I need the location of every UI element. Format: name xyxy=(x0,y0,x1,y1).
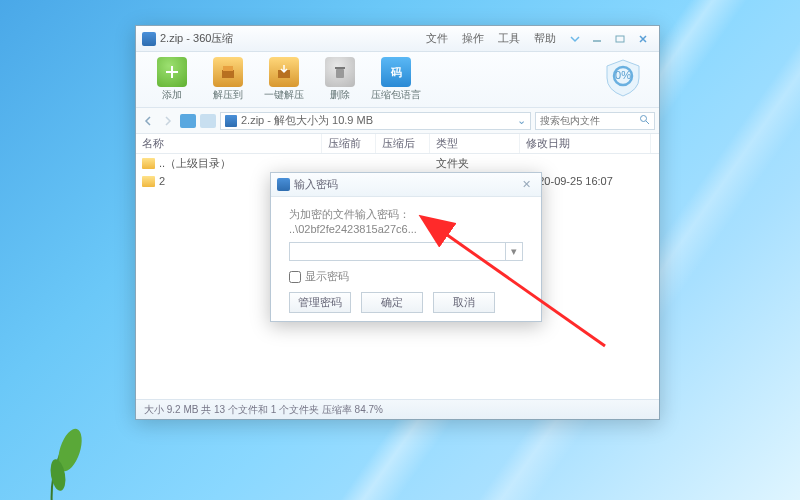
menu-tools[interactable]: 工具 xyxy=(498,31,520,46)
window-title: 2.zip - 360压缩 xyxy=(160,31,426,46)
header-name[interactable]: 名称 xyxy=(136,134,322,153)
search-input[interactable] xyxy=(540,115,639,126)
dialog-prompt: 为加密的文件输入密码： xyxy=(289,207,523,222)
password-input[interactable] xyxy=(289,242,506,261)
delete-button[interactable]: 删除 xyxy=(312,57,368,102)
dialog-title: 输入密码 xyxy=(294,177,517,192)
svg-rect-4 xyxy=(222,70,234,78)
close-icon[interactable] xyxy=(633,32,653,46)
password-history-dropdown[interactable]: ▾ xyxy=(506,242,523,261)
onekey-extract-button[interactable]: 一键解压 xyxy=(256,57,312,102)
svg-rect-5 xyxy=(223,66,233,71)
app-icon xyxy=(142,32,156,46)
add-button[interactable]: 添加 xyxy=(144,57,200,102)
column-headers: 名称 压缩前 压缩后 类型 修改日期 xyxy=(136,134,659,154)
extract-button[interactable]: 解压到 xyxy=(200,57,256,102)
show-password-checkbox[interactable]: 显示密码 xyxy=(289,269,523,284)
skin-dropdown-icon[interactable] xyxy=(566,32,584,46)
svg-rect-3 xyxy=(616,36,624,42)
menu-file[interactable]: 文件 xyxy=(426,31,448,46)
lang-button[interactable]: 码压缩包语言 xyxy=(368,57,424,102)
breadcrumb-text: 2.zip - 解包大小为 10.9 MB xyxy=(241,113,373,128)
dialog-titlebar[interactable]: 输入密码 ✕ xyxy=(271,173,541,197)
search-box[interactable] xyxy=(535,112,655,130)
manage-password-button[interactable]: 管理密码 xyxy=(289,292,351,313)
header-type[interactable]: 类型 xyxy=(430,134,520,153)
svg-rect-7 xyxy=(336,69,344,78)
titlebar[interactable]: 2.zip - 360压缩 文件 操作 工具 帮助 xyxy=(136,26,659,52)
view-details-icon[interactable] xyxy=(200,114,216,128)
menu-operate[interactable]: 操作 xyxy=(462,31,484,46)
breadcrumb[interactable]: 2.zip - 解包大小为 10.9 MB ⌄ xyxy=(220,112,531,130)
minimize-icon[interactable] xyxy=(587,32,607,46)
search-icon[interactable] xyxy=(639,114,650,127)
archive-icon xyxy=(225,115,237,127)
svg-text:0%: 0% xyxy=(615,69,631,81)
nav-back-icon[interactable] xyxy=(140,113,156,129)
maximize-icon[interactable] xyxy=(610,32,630,46)
status-bar: 大小 9.2 MB 共 13 个文件和 1 个文件夹 压缩率 84.7% xyxy=(136,399,659,419)
header-pre[interactable]: 压缩前 xyxy=(322,134,376,153)
security-shield-icon[interactable]: 0% xyxy=(601,56,645,100)
chevron-down-icon[interactable]: ⌄ xyxy=(517,114,526,127)
toolbar: 添加 解压到 一键解压 删除 码压缩包语言 0% xyxy=(136,52,659,108)
desktop-leaf-decoration xyxy=(40,420,100,500)
header-post[interactable]: 压缩后 xyxy=(376,134,430,153)
cancel-button[interactable]: 取消 xyxy=(433,292,495,313)
svg-point-11 xyxy=(641,116,647,122)
svg-rect-8 xyxy=(335,67,345,69)
close-icon[interactable]: ✕ xyxy=(517,178,535,191)
dialog-filepath: ..\02bf2fe2423815a27c6... xyxy=(289,222,523,237)
list-item[interactable]: ..（上级目录） 文件夹 xyxy=(136,154,659,172)
ok-button[interactable]: 确定 xyxy=(361,292,423,313)
nav-forward-icon[interactable] xyxy=(160,113,176,129)
show-password-input[interactable] xyxy=(289,271,301,283)
header-date[interactable]: 修改日期 xyxy=(520,134,651,153)
password-dialog: 输入密码 ✕ 为加密的文件输入密码： ..\02bf2fe2423815a27c… xyxy=(270,172,542,322)
view-list-icon[interactable] xyxy=(180,114,196,128)
menu-help[interactable]: 帮助 xyxy=(534,31,556,46)
folder-icon xyxy=(142,176,155,187)
main-menu: 文件 操作 工具 帮助 xyxy=(426,31,556,46)
svg-line-12 xyxy=(646,121,649,124)
navbar: 2.zip - 解包大小为 10.9 MB ⌄ xyxy=(136,108,659,134)
folder-icon xyxy=(142,158,155,169)
app-icon xyxy=(277,178,290,191)
